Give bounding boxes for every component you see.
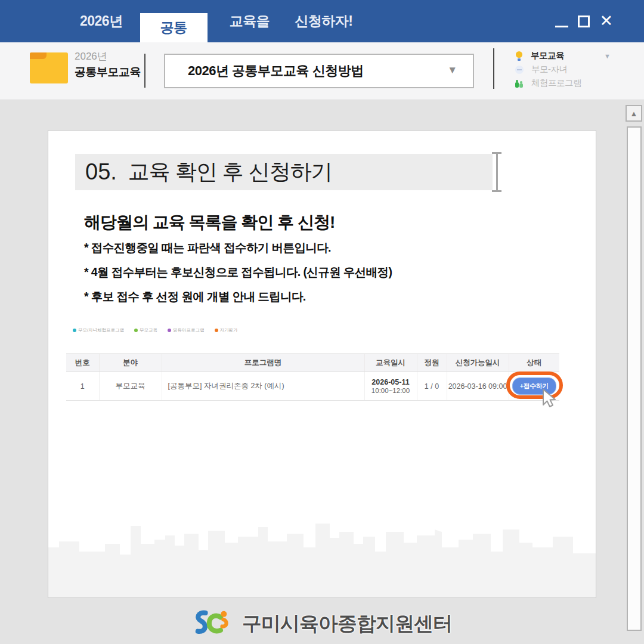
header-strip: 2026년 공통부모교육 2026년 공통부모교육 신청방법 ▼ 부모교육 ▼ … xyxy=(0,42,644,100)
menu-item-parent-child[interactable]: 부모-자녀 xyxy=(515,63,611,76)
bullet-item: * 4월 접수부터는 후보신청으로 접수됩니다. (신규원 우선배정) xyxy=(84,260,392,284)
nav-tab-apply[interactable]: 신청하자! xyxy=(282,12,365,30)
legend-dot-icon xyxy=(73,329,76,332)
menu-item-label: 부모-자녀 xyxy=(531,64,567,75)
legend-dot-icon xyxy=(168,329,171,332)
col-datetime: 교육일시 xyxy=(364,354,417,372)
text-cursor-icon xyxy=(492,152,501,192)
legend-item: 영유아프로그램 xyxy=(168,327,205,333)
col-number: 번호 xyxy=(66,354,99,372)
arrow-up-icon: ▲ xyxy=(630,109,638,118)
folder-year-label: 2026년 xyxy=(75,51,141,63)
guide-dropdown[interactable]: 2026년 공통부모교육 신청방법 ▼ xyxy=(164,54,474,88)
chevron-down-icon: ▼ xyxy=(447,64,457,76)
legend-item: 자기평가 xyxy=(215,327,238,333)
legend-item: 부모/자녀체험프로그램 xyxy=(73,327,124,333)
education-time: 10:00~12:00 xyxy=(371,387,410,394)
folder-meta: 2026년 공통부모교육 xyxy=(75,51,141,79)
nav-tabs: 2026년 공통 교육을 신청하자! xyxy=(67,0,365,42)
cell-category: 부모교육 xyxy=(99,372,162,401)
people-icon xyxy=(515,79,524,88)
legend-dot-icon xyxy=(134,329,138,332)
legend-label: 영유아프로그램 xyxy=(173,327,205,333)
menu-item-experience-program[interactable]: 체험프로그램 xyxy=(515,76,611,90)
col-apply-datetime: 신청가능일시 xyxy=(447,354,509,372)
center-name: 구미시육아종합지원센터 xyxy=(242,611,452,637)
bullet-item: * 후보 접수 후 선정 원에 개별 안내 드립니다. xyxy=(84,284,392,309)
minimize-icon[interactable] xyxy=(555,26,568,27)
close-icon[interactable]: ✕ xyxy=(599,13,613,29)
section-title-band: 05. 교육 확인 후 신청하기 xyxy=(75,154,493,190)
maximize-icon[interactable] xyxy=(578,16,590,27)
title-bar: 2026년 공통 교육을 신청하자! ✕ xyxy=(0,0,644,42)
nav-tab-education[interactable]: 교육을 xyxy=(217,12,283,30)
legend-dot-icon xyxy=(215,329,218,332)
legend-label: 부모/자녀체험프로그램 xyxy=(78,327,124,333)
nav-tab-common[interactable]: 공통 xyxy=(140,13,208,42)
mouse-cursor-icon xyxy=(538,388,560,410)
chevron-down-icon: ▼ xyxy=(604,52,611,60)
folder-name-label: 공통부모교육 xyxy=(75,66,141,79)
bullet-list: * 접수진행중일 때는 파란색 접수하기 버튼입니다. * 4월 접수부터는 후… xyxy=(84,236,392,309)
header-divider-2 xyxy=(493,48,494,89)
menu-item-parent-education[interactable]: 부모교육 ▼ xyxy=(515,49,611,63)
col-category: 분야 xyxy=(99,354,162,372)
cell-number: 1 xyxy=(66,372,99,401)
legend-label: 자기평가 xyxy=(220,327,238,333)
col-program: 프로그램명 xyxy=(162,354,364,372)
menu-item-label: 체험프로그램 xyxy=(531,78,581,89)
category-legend: 부모/자녀체험프로그램 부모교육 영유아프로그램 자기평가 xyxy=(73,327,238,333)
section-number: 05. xyxy=(85,159,117,185)
center-logo-icon xyxy=(192,606,236,641)
table-header-row: 번호 분야 프로그램명 교육일시 정원 신청가능일시 상태 xyxy=(66,354,559,372)
slide-card: 05. 교육 확인 후 신청하기 해당월의 교육 목록을 확인 후 신청! * … xyxy=(48,130,596,598)
window-controls: ✕ xyxy=(555,0,613,42)
cell-apply-datetime: 2026-03-16 09:00 xyxy=(447,372,509,401)
col-capacity: 정원 xyxy=(417,354,447,372)
slide-subtitle: 해당월의 교육 목록을 확인 후 신청! xyxy=(84,211,335,234)
footer: 구미시육아종합지원센터 xyxy=(0,603,644,644)
col-status: 상태 xyxy=(509,354,559,372)
legend-label: 부모교육 xyxy=(140,327,157,333)
guide-dropdown-value: 2026년 공통부모교육 신청방법 xyxy=(188,62,364,80)
table-row: 1 부모교육 [공통부모] 자녀권리존중 2차 (예시) 2026-05-11 … xyxy=(66,372,559,401)
folder-icon xyxy=(30,52,68,83)
cell-program: [공통부모] 자녀권리존중 2차 (예시) xyxy=(162,372,364,401)
category-menu: 부모교육 ▼ 부모-자녀 체험프로그램 xyxy=(515,49,611,90)
scroll-up-button[interactable]: ▲ xyxy=(626,105,642,122)
city-skyline-graphic xyxy=(48,519,596,597)
education-table: 번호 분야 프로그램명 교육일시 정원 신청가능일시 상태 1 부모교육 [공통… xyxy=(66,354,559,401)
header-divider xyxy=(144,54,145,88)
menu-item-label: 부모교육 xyxy=(531,50,564,61)
nav-tab-2026[interactable]: 2026년 xyxy=(67,12,135,30)
scrollbar-thumb[interactable] xyxy=(627,126,642,631)
legend-item: 부모교육 xyxy=(134,327,157,333)
cell-capacity: 1 / 0 xyxy=(417,372,447,401)
education-date: 2026-05-11 xyxy=(365,378,417,386)
section-title: 교육 확인 후 신청하기 xyxy=(128,157,332,187)
dash-circle-icon xyxy=(515,66,524,74)
cell-datetime: 2026-05-11 10:00~12:00 xyxy=(364,372,417,401)
bullet-item: * 접수진행중일 때는 파란색 접수하기 버튼입니다. xyxy=(84,236,392,260)
lightbulb-icon xyxy=(515,51,523,61)
